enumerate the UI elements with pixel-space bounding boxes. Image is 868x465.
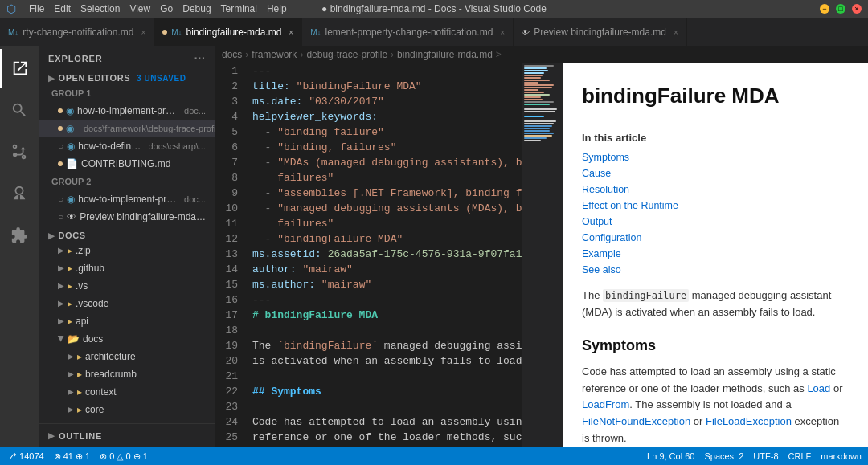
menu-debug[interactable]: Debug bbox=[182, 3, 211, 14]
open-editors-label: OPEN EDITORS bbox=[59, 73, 131, 83]
outline-section[interactable]: ▶ OUTLINE bbox=[39, 423, 215, 447]
modified-dot-icon bbox=[58, 126, 63, 131]
breadcrumb-debug[interactable]: debug-trace-profile bbox=[306, 49, 387, 60]
maximize-button[interactable]: □ bbox=[836, 4, 845, 14]
preview-intro: The bindingFailure managed debugging ass… bbox=[582, 288, 849, 321]
minimize-button[interactable]: − bbox=[820, 4, 829, 14]
tab-element-property[interactable]: M↓ lement-property-change-notification.m… bbox=[302, 18, 514, 46]
open-editor-item-0[interactable]: ◉ how-to-implement-property-change-notif… bbox=[39, 102, 215, 120]
preview-eye-icon: 👁 bbox=[67, 209, 76, 225]
load-link[interactable]: Load bbox=[807, 382, 830, 394]
breadcrumb-file[interactable]: bindingfailure-mda.md bbox=[397, 49, 493, 60]
status-encoding[interactable]: UTF-8 bbox=[753, 451, 778, 461]
status-line-col[interactable]: Ln 9, Col 60 bbox=[647, 451, 694, 461]
code-line-24: Code has attempted to load an assembly u… bbox=[251, 414, 516, 430]
folder-breadcrumb[interactable]: ▶▸ breadcrumb bbox=[39, 365, 215, 383]
menu-go[interactable]: Go bbox=[160, 3, 173, 14]
loadfrom-link[interactable]: LoadFrom bbox=[582, 398, 629, 410]
menu-view[interactable]: View bbox=[129, 3, 150, 14]
tab-close-icon[interactable]: × bbox=[674, 28, 678, 37]
folder-architecture[interactable]: ▶▸ architecture bbox=[39, 348, 215, 365]
sidebar-ellipsis-icon[interactable]: ⋯ bbox=[194, 52, 206, 65]
group1-label: GROUP 1 bbox=[39, 84, 215, 102]
toc-link-output[interactable]: Output bbox=[582, 214, 849, 230]
toc-link-symptoms[interactable]: Symptoms bbox=[582, 149, 849, 165]
menu-selection[interactable]: Selection bbox=[80, 3, 120, 14]
open-editor-g2-item-1[interactable]: ○ 👁 Preview bindingfailure-mda.md bbox=[39, 208, 215, 226]
open-editor-filepath: doc... bbox=[184, 103, 206, 119]
tab-close-icon[interactable]: × bbox=[141, 28, 145, 37]
code-line-15: ms.author: "mairaw" bbox=[251, 277, 516, 292]
tab-rty-change[interactable]: M↓ rty-change-notification.md × bbox=[0, 18, 154, 46]
status-right: Ln 9, Col 60 Spaces: 2 UTF-8 CRLF markdo… bbox=[647, 451, 862, 461]
folder-icon: ▸ bbox=[68, 260, 72, 276]
code-lines[interactable]: --- title: "bindingFailure MDA" ms.date:… bbox=[251, 63, 522, 447]
status-spaces[interactable]: Spaces: 2 bbox=[704, 451, 743, 461]
open-editor-item-3[interactable]: 📄 CONTRIBUTING.md bbox=[39, 155, 215, 173]
toc-link-seealso[interactable]: See also bbox=[582, 262, 849, 278]
status-line-ending[interactable]: CRLF bbox=[788, 451, 812, 461]
folder-docs[interactable]: ▶📂 docs bbox=[39, 330, 215, 348]
status-branch[interactable]: ⎇ 14074 bbox=[6, 451, 44, 462]
tab-close-icon[interactable]: × bbox=[289, 28, 293, 37]
minimap-line bbox=[524, 82, 538, 84]
minimap-line bbox=[524, 137, 547, 139]
open-editor-item-1[interactable]: ◉ bindingfailure-mda.md docs\framework\d… bbox=[39, 120, 215, 137]
toc-link-effect[interactable]: Effect on the Runtime bbox=[582, 198, 849, 214]
minimap-line bbox=[524, 89, 538, 91]
toc-link-example[interactable]: Example bbox=[582, 246, 849, 262]
folder-vs[interactable]: ▶▸ .vs bbox=[39, 277, 215, 295]
folder-zip[interactable]: ▶▸ .zip bbox=[39, 242, 215, 259]
folder-name: architecture bbox=[85, 349, 136, 365]
filenotfound-link[interactable]: FileNotFoundException bbox=[582, 415, 690, 427]
code-line-14: author: "mairaw" bbox=[251, 262, 516, 277]
breadcrumb-framework[interactable]: framework bbox=[252, 49, 297, 60]
menu-file[interactable]: File bbox=[29, 3, 44, 14]
open-editor-g2-item-0[interactable]: ○ ◉ how-to-implement-property-change-not… bbox=[39, 190, 215, 208]
tab-label: bindingfailure-mda.md bbox=[186, 27, 282, 38]
toc-link-cause[interactable]: Cause bbox=[582, 165, 849, 182]
status-errors[interactable]: ⊗ 41 ⊕ 1 bbox=[54, 451, 91, 462]
docs-label: DOCS bbox=[59, 230, 86, 240]
window-controls[interactable]: − □ × bbox=[820, 4, 862, 14]
tab-close-icon[interactable]: × bbox=[500, 28, 505, 37]
folder-context[interactable]: ▶▸ context bbox=[39, 383, 215, 401]
menu-help[interactable]: Help bbox=[267, 3, 287, 14]
open-editors-header[interactable]: ▶ OPEN EDITORS 3 UNSAVED bbox=[39, 71, 215, 84]
minimap-line bbox=[524, 75, 542, 76]
folder-core[interactable]: ▶▸ core bbox=[39, 401, 215, 418]
close-button[interactable]: × bbox=[852, 4, 862, 14]
activity-search[interactable] bbox=[0, 91, 39, 129]
code-line-7: - "MDAs (managed debugging assistants), … bbox=[251, 155, 516, 170]
group2-label: GROUP 2 bbox=[39, 173, 215, 190]
tab-label: rty-change-notification.md bbox=[23, 27, 133, 38]
open-editor-filepath: docs\csharp\... bbox=[148, 138, 206, 154]
menu-terminal[interactable]: Terminal bbox=[221, 3, 257, 14]
activity-debug[interactable] bbox=[0, 174, 39, 213]
open-editor-item-2[interactable]: ○ ◉ how-to-define-value-equality-for-a-t… bbox=[39, 137, 215, 155]
tab-preview[interactable]: 👁 Preview bindingfailure-mda.md × bbox=[514, 18, 687, 46]
minimap-line bbox=[524, 104, 550, 105]
toc-link-resolution[interactable]: Resolution bbox=[582, 182, 849, 198]
preview-icon: 👁 bbox=[522, 28, 530, 37]
minimap-line bbox=[524, 130, 550, 132]
code-line-2: title: "bindingFailure MDA" bbox=[251, 79, 516, 94]
menu-bar[interactable]: ⬡ File Edit Selection View Go Debug Term… bbox=[6, 2, 287, 15]
activity-extensions[interactable] bbox=[0, 216, 39, 255]
code-editor[interactable]: 12345 678910 1112131415 1617181920 21222… bbox=[215, 63, 563, 447]
toc-link-configuration[interactable]: Configuration bbox=[582, 230, 849, 246]
folder-vscode[interactable]: ▶▸ .vscode bbox=[39, 295, 215, 312]
editor-content[interactable]: 12345 678910 1112131415 1617181920 21222… bbox=[215, 63, 563, 447]
breadcrumb-docs[interactable]: docs bbox=[222, 49, 242, 60]
status-language[interactable]: markdown bbox=[821, 451, 862, 461]
folder-api[interactable]: ▶▸ api bbox=[39, 312, 215, 330]
menu-edit[interactable]: Edit bbox=[54, 3, 71, 14]
tab-bindingfailure[interactable]: M↓ bindingfailure-mda.md × bbox=[154, 18, 302, 46]
docs-header[interactable]: ▶ DOCS bbox=[39, 229, 215, 242]
activity-source-control[interactable] bbox=[0, 133, 39, 171]
folder-icon: ▸ bbox=[77, 349, 82, 365]
fileload-link[interactable]: FileLoadException bbox=[706, 415, 792, 427]
status-warnings[interactable]: ⊗ 0 △ 0 ⊕ 1 bbox=[100, 451, 148, 462]
activity-explorer[interactable] bbox=[0, 49, 39, 88]
folder-github[interactable]: ▶▸ .github bbox=[39, 259, 215, 277]
